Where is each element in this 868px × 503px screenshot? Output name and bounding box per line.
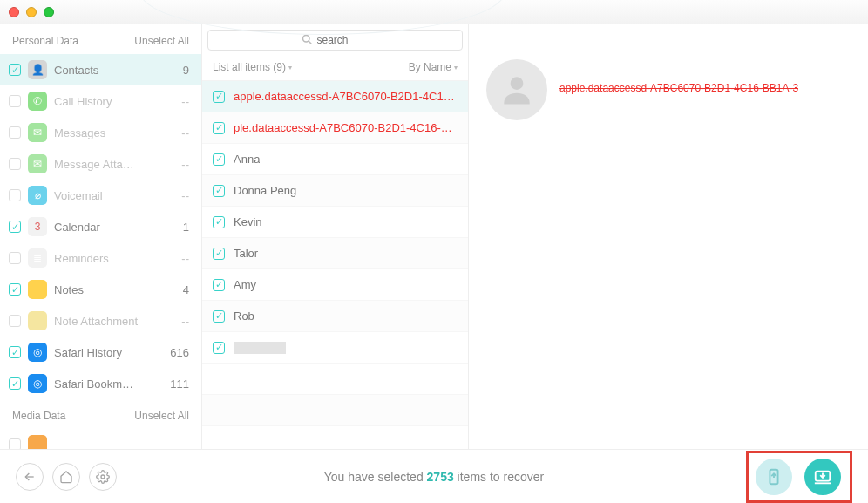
sidebar-item-count: 9	[168, 64, 189, 77]
detail-panel: apple.dataaccessd-A7BC6070-B2D1-4C16-BB1…	[469, 24, 868, 449]
empty-row	[202, 364, 468, 395]
sidebar-item-messages[interactable]: ✉Messages--	[0, 117, 201, 148]
section-title: Personal Data	[12, 35, 78, 47]
recover-buttons-group	[746, 451, 852, 503]
sort-dropdown[interactable]: By Name▾	[409, 61, 458, 73]
checkbox-icon[interactable]: ✓	[213, 216, 225, 228]
checkbox-icon[interactable]: ✓	[213, 122, 225, 134]
list-item[interactable]: ✓Talor	[202, 238, 468, 269]
item-name: ple.dataaccessd-A7BC6070-B2D1-4C16-BB1A-…	[234, 121, 458, 134]
window-minimize-button[interactable]	[26, 7, 37, 17]
sidebar-item-voicemail[interactable]: ⌀Voicemail--	[0, 180, 201, 211]
checkbox-icon[interactable]: ✓	[9, 64, 21, 76]
item-name: Donna Peng	[234, 184, 296, 197]
checkbox-icon[interactable]	[9, 438, 21, 449]
sidebar-item-count: --	[168, 158, 189, 171]
checkbox-icon[interactable]: ✓	[213, 248, 225, 260]
home-button[interactable]	[52, 463, 80, 491]
footer: You have selected 2753 items to recover	[0, 449, 868, 503]
list-item[interactable]: ✓Amy	[202, 269, 468, 301]
list-item[interactable]: ✓Anna	[202, 144, 468, 175]
back-button[interactable]	[16, 463, 44, 491]
noteattach-icon	[28, 311, 47, 330]
checkbox-icon[interactable]	[9, 126, 21, 139]
window-close-button[interactable]	[9, 7, 19, 17]
recover-to-computer-button[interactable]	[804, 459, 841, 495]
sidebar-item-calendar[interactable]: ✓3Calendar1	[0, 211, 201, 242]
sidebar-item-phone[interactable]: ✆Call History--	[0, 85, 201, 117]
sidebar-item-label: Safari Bookm…	[54, 377, 161, 391]
list-item[interactable]: ✓	[202, 332, 468, 364]
item-rows: ✓apple.dataaccessd-A7BC6070-B2D1-4C16-BB…	[202, 81, 468, 449]
checkbox-icon[interactable]: ✓	[213, 153, 225, 166]
item-name: Amy	[234, 278, 256, 291]
checkbox-icon[interactable]	[9, 315, 21, 327]
sidebar-item-safaribm[interactable]: ✓◎Safari Bookm…111	[0, 368, 201, 399]
sidebar-item-count: 616	[168, 346, 189, 359]
attach-icon: ✉	[28, 154, 47, 173]
detail-contact-name: apple.dataaccessd-A7BC6070-B2D1-4C16-BB1…	[559, 82, 798, 94]
sidebar-item-reminders[interactable]: ≣Reminders--	[0, 242, 201, 274]
redacted-name	[234, 342, 286, 354]
settings-button[interactable]	[89, 463, 117, 491]
checkbox-icon[interactable]: ✓	[9, 283, 21, 296]
sidebar-item-label: Call History	[54, 95, 161, 108]
sidebar-item-label: Voicemail	[54, 189, 161, 202]
item-name: Anna	[234, 153, 260, 166]
checkbox-icon[interactable]: ✓	[213, 279, 225, 291]
selected-count: 2753	[427, 470, 454, 484]
reminders-icon: ≣	[28, 248, 47, 268]
list-item[interactable]: ✓apple.dataaccessd-A7BC6070-B2D1-4C16-BB…	[202, 81, 468, 112]
list-item[interactable]: ✓Donna Peng	[202, 175, 468, 207]
sidebar-item-photos[interactable]	[0, 429, 201, 449]
list-item[interactable]: ✓Rob	[202, 301, 468, 332]
sidebar-item-noteattach[interactable]: Note Attachment--	[0, 305, 201, 336]
sidebar-item-label: Notes	[54, 283, 161, 296]
sidebar-item-attach[interactable]: ✉Message Atta…--	[0, 148, 201, 180]
sidebar-item-label: Contacts	[54, 64, 161, 77]
checkbox-icon[interactable]	[9, 252, 21, 264]
checkbox-icon[interactable]: ✓	[213, 310, 225, 323]
sidebar-item-contacts[interactable]: ✓👤Contacts9	[0, 54, 201, 85]
window-maximize-button[interactable]	[44, 7, 54, 17]
sidebar-item-label: Reminders	[54, 252, 161, 265]
sidebar-item-label: Calendar	[54, 221, 161, 234]
voicemail-icon: ⌀	[28, 186, 47, 205]
sidebar: Personal Data Unselect All ✓👤Contacts9✆C…	[0, 24, 202, 449]
notes-icon	[28, 280, 47, 299]
status-text: You have selected 2753 items to recover	[324, 470, 544, 484]
checkbox-icon[interactable]	[9, 95, 21, 107]
sidebar-item-safari[interactable]: ✓◎Safari History616	[0, 336, 201, 368]
item-name: Rob	[234, 309, 254, 323]
unselect-all-link[interactable]: Unselect All	[134, 410, 189, 422]
svg-point-4	[101, 475, 105, 479]
checkbox-icon[interactable]: ✓	[213, 91, 225, 103]
empty-row	[202, 395, 468, 426]
checkbox-icon[interactable]	[9, 158, 21, 170]
svg-point-2	[511, 77, 524, 90]
contacts-icon: 👤	[28, 60, 47, 79]
item-name: Talor	[234, 247, 258, 260]
checkbox-icon[interactable]: ✓	[9, 221, 21, 233]
checkbox-icon[interactable]: ✓	[9, 377, 21, 390]
checkbox-icon[interactable]: ✓	[9, 346, 21, 358]
search-icon	[302, 34, 312, 47]
list-item[interactable]: ✓ple.dataaccessd-A7BC6070-B2D1-4C16-BB1A…	[202, 112, 468, 144]
checkbox-icon[interactable]	[9, 189, 21, 201]
sidebar-item-count: 4	[168, 283, 189, 296]
list-item[interactable]: ✓Kevin	[202, 207, 468, 238]
sidebar-item-notes[interactable]: ✓Notes4	[0, 274, 201, 305]
empty-row	[202, 426, 468, 449]
sidebar-item-count: --	[168, 189, 189, 202]
chevron-down-icon: ▾	[288, 64, 292, 71]
checkbox-icon[interactable]: ✓	[213, 342, 225, 354]
filter-dropdown[interactable]: List all items (9)▾	[213, 61, 292, 73]
calendar-icon: 3	[28, 217, 47, 236]
search-bar[interactable]	[207, 30, 463, 51]
unselect-all-link[interactable]: Unselect All	[134, 35, 189, 47]
checkbox-icon[interactable]: ✓	[213, 185, 225, 197]
sidebar-item-count: --	[168, 95, 189, 108]
recover-to-device-button[interactable]	[756, 459, 792, 495]
avatar	[486, 59, 547, 120]
search-input[interactable]	[317, 34, 370, 46]
